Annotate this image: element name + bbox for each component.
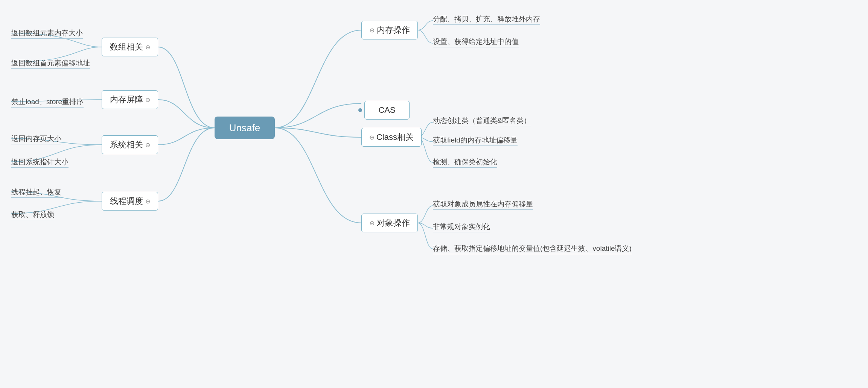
center-node: Unsafe [215,117,275,139]
node-cas: CAS [364,101,410,120]
leaf-class-1: 动态创建类（普通类&匿名类） [433,116,531,126]
node-mem-label: 内存操作 [377,24,410,36]
node-array-label: 数组相关 [110,41,143,53]
node-sys-label: 系统相关 [110,139,143,150]
leaf-sys-1: 返回内存页大小 [11,134,61,144]
leaf-thread-2: 获取、释放锁 [11,210,54,220]
leaf-class-3: 检测、确保类初始化 [433,157,497,167]
node-array: 数组相关 ⊖ [102,38,158,56]
center-label: Unsafe [229,122,260,134]
leaf-thread-1: 线程挂起、恢复 [11,187,61,197]
cas-dot [358,108,362,112]
minus-icon-2: ⊖ [145,96,150,103]
minus-icon-6: ⊖ [369,134,374,141]
leaf-array-1: 返回数组元素内存大小 [11,28,83,38]
node-thread: 线程调度 ⊖ [102,192,158,211]
leaf-barrier-1: 禁止load、store重排序 [11,97,84,107]
minus-icon-3: ⊖ [145,141,150,149]
node-class: ⊖ Class相关 [361,128,422,147]
node-barrier: 内存屏障 ⊖ [102,90,158,109]
node-mem: ⊖ 内存操作 [361,21,418,39]
node-obj-label: 对象操作 [377,217,410,229]
node-sys: 系统相关 ⊖ [102,135,158,154]
node-cas-container: CAS [358,101,410,120]
node-cas-label: CAS [378,105,395,115]
leaf-obj-2: 非常规对象实例化 [433,222,490,232]
minus-icon: ⊖ [145,44,150,51]
node-class-label: Class相关 [376,132,414,143]
leaf-mem-1: 分配、拷贝、扩充、释放堆外内存 [433,14,540,24]
node-barrier-label: 内存屏障 [110,94,143,105]
leaf-array-2: 返回数组首元素偏移地址 [11,58,90,68]
node-obj: ⊖ 对象操作 [361,214,418,232]
node-thread-label: 线程调度 [110,196,143,207]
leaf-mem-2: 设置、获得给定地址中的值 [433,37,519,47]
leaf-obj-3: 存储、获取指定偏移地址的变量值(包含延迟生效、volatile语义) [433,244,632,253]
minus-icon-5: ⊖ [370,27,375,34]
leaf-sys-2: 返回系统指针大小 [11,157,69,167]
leaf-class-2: 获取field的内存地址偏移量 [433,135,518,145]
minus-icon-4: ⊖ [145,198,150,205]
leaf-obj-1: 获取对象成员属性在内存偏移量 [433,199,533,209]
minus-icon-7: ⊖ [370,220,375,227]
